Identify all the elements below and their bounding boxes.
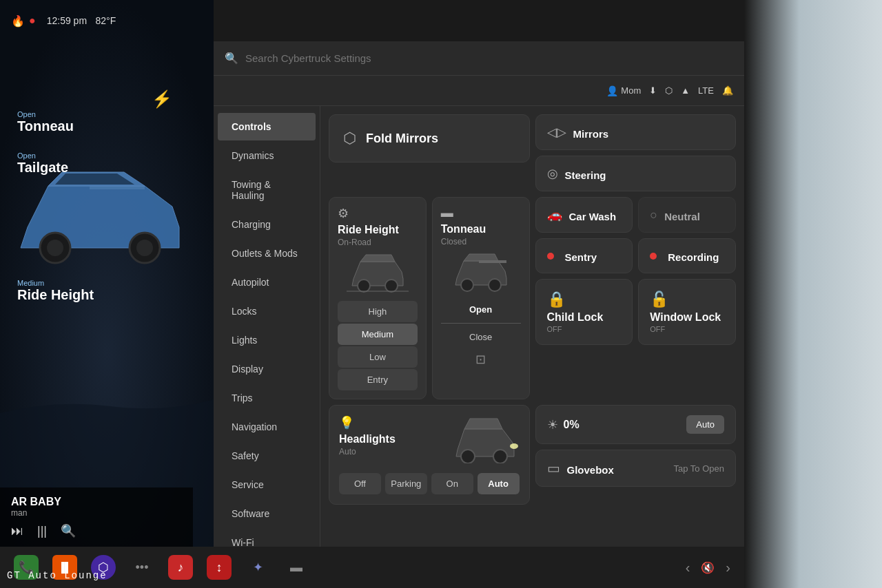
ride-height-entry-button[interactable]: Entry <box>338 369 418 390</box>
headlights-car-svg <box>451 415 520 463</box>
music-search-button[interactable]: 🔍 <box>61 523 76 538</box>
sidebar-item-controls[interactable]: Controls <box>218 113 316 140</box>
tonneau-open-label: Open <box>17 110 74 118</box>
ride-height-car-label: Ride Height <box>17 287 94 303</box>
taskbar-star-button[interactable]: ✦ <box>245 555 270 580</box>
taskbar: 📞 ▐▌ ⬡ ••• ♪ ↕ ✦ ▬ ‹ 🔇 › <box>0 547 744 588</box>
nav-back-button[interactable]: ‹ <box>686 560 690 576</box>
tonneau-open-button[interactable]: Open <box>441 300 521 319</box>
sidebar-item-trips[interactable]: Trips <box>218 384 316 412</box>
headlight-auto-button[interactable]: Auto <box>478 473 520 494</box>
headlights-subtitle: Auto <box>339 447 396 456</box>
svg-point-11 <box>358 280 370 292</box>
taskbar-red-button[interactable]: ↕ <box>207 555 232 580</box>
brightness-auto-button[interactable]: Auto <box>686 415 724 434</box>
taskbar-monitor-button[interactable]: ▬ <box>284 555 309 580</box>
ride-height-title: Ride Height <box>338 224 418 236</box>
tonneau-card[interactable]: ▬ Tonneau Closed <box>432 197 530 399</box>
sidebar-item-towing[interactable]: Towing & Hauling <box>218 171 316 209</box>
window-lock-card[interactable]: 🔓 Window Lock OFF <box>638 279 736 345</box>
recording-title: Recording <box>668 251 719 263</box>
steering-card[interactable]: ◎ Steering <box>535 156 737 191</box>
tailgate-car-label: Tailgate <box>17 160 68 176</box>
tonneau-title: Tonneau <box>441 223 521 235</box>
time-display: 12:59 pm 82°F <box>47 14 116 27</box>
sidebar-item-dynamics[interactable]: Dynamics <box>218 142 316 169</box>
headlight-on-button[interactable]: On <box>431 473 473 494</box>
sidebar-item-charging[interactable]: Charging <box>218 211 316 238</box>
ride-height-low-button[interactable]: Low <box>338 346 418 368</box>
glovebox-card[interactable]: ▭ Glovebox Tap To Open <box>535 450 737 487</box>
sidebar-item-outlets[interactable]: Outlets & Mods <box>218 240 316 267</box>
headlights-card[interactable]: 💡 Headlights Auto <box>329 405 530 505</box>
fold-mirrors-card[interactable]: ⬡ Fold Mirrors <box>329 114 530 162</box>
sidebar-item-safety[interactable]: Safety <box>218 442 316 470</box>
sidebar-item-lights[interactable]: Lights <box>218 326 316 354</box>
taskbar-dots-button[interactable]: ••• <box>130 555 154 580</box>
sidebar-item-service[interactable]: Service <box>218 471 316 498</box>
brightness-icon: ☀ <box>547 417 558 432</box>
lte-icon: LTE <box>698 85 714 96</box>
svg-point-21 <box>461 450 475 463</box>
music-equalizer-button[interactable]: ||| <box>37 524 47 538</box>
brightness-card[interactable]: ☀ 0% Auto <box>535 405 737 444</box>
child-lock-card[interactable]: 🔒 Child Lock OFF <box>535 279 633 345</box>
bell-status-icon: 🔔 <box>722 85 733 96</box>
svg-point-12 <box>385 280 398 292</box>
sidebar-item-locks[interactable]: Locks <box>218 297 316 325</box>
car-wash-card[interactable]: 🚗 Car Wash <box>535 197 633 233</box>
settings-panel: 🔍 👤 Mom ⬇ ⬡ ▲ LTE 🔔 Controls Dynamics To… <box>214 41 744 551</box>
status-bar: 👤 Mom ⬇ ⬡ ▲ LTE 🔔 <box>214 76 744 106</box>
recording-card[interactable]: Recording <box>638 238 736 273</box>
child-lock-status: OFF <box>547 325 562 333</box>
mirrors-card[interactable]: ◁▷ Mirrors <box>535 114 737 150</box>
car-wash-title: Car Wash <box>569 211 617 222</box>
nav-forward-button[interactable]: › <box>726 560 730 576</box>
tonneau-car-label: Tonneau <box>17 118 74 134</box>
ride-height-medium-button[interactable]: Medium <box>338 324 418 345</box>
svg-marker-10 <box>360 255 395 262</box>
brightness-value: 0% <box>564 419 580 431</box>
window-lock-status: OFF <box>650 325 665 333</box>
sidebar: Controls Dynamics Towing & Hauling Charg… <box>214 106 320 551</box>
search-input[interactable] <box>245 52 733 64</box>
neutral-card[interactable]: ○ Neutral <box>638 197 736 233</box>
ride-height-options: High Medium Low Entry <box>338 301 418 390</box>
svg-point-22 <box>493 450 507 463</box>
music-prev-button[interactable]: ⏭ <box>11 524 23 538</box>
ride-height-car-svg <box>347 251 409 293</box>
music-artist: man <box>11 508 182 518</box>
recording-dot-icon <box>650 253 657 260</box>
music-player: AR BABY man ⏭ ||| 🔍 <box>0 487 193 547</box>
sidebar-item-software[interactable]: Software <box>218 500 316 527</box>
svg-point-5 <box>47 240 63 256</box>
sidebar-item-navigation[interactable]: Navigation <box>218 413 316 441</box>
search-bar: 🔍 <box>214 41 744 76</box>
sentry-card[interactable]: Sentry <box>535 238 633 273</box>
mirrors-title: Mirrors <box>573 128 609 140</box>
notification-icon-red: ● <box>29 14 36 27</box>
lte-status: LTE <box>698 85 714 96</box>
headlight-parking-button[interactable]: Parking <box>385 473 427 494</box>
svg-point-18 <box>489 279 501 291</box>
nav-volume-button[interactable]: 🔇 <box>701 561 715 574</box>
tonneau-subtitle: Closed <box>441 237 521 246</box>
sidebar-item-display[interactable]: Display <box>218 355 316 383</box>
sidebar-item-autopilot[interactable]: Autopilot <box>218 269 316 296</box>
tonneau-icon: ▬ <box>441 206 521 220</box>
glovebox-action: Tap To Open <box>674 463 724 474</box>
taskbar-music-button[interactable]: ♪ <box>168 555 193 580</box>
ride-height-high-button[interactable]: High <box>338 301 418 322</box>
signal-status-icon: ▲ <box>681 85 690 96</box>
mirrors-icon: ◁▷ <box>547 125 566 140</box>
neutral-icon: ○ <box>650 208 657 222</box>
ride-height-card[interactable]: ⚙ Ride Height On-Road <box>329 197 427 399</box>
svg-rect-16 <box>479 260 506 263</box>
sentry-dot-icon <box>547 253 554 260</box>
tonneau-close-button[interactable]: Close <box>441 328 521 346</box>
svg-marker-15 <box>464 254 498 261</box>
taskbar-nav: ‹ 🔇 › <box>686 560 730 576</box>
headlight-off-button[interactable]: Off <box>339 473 381 494</box>
glovebox-icon: ▭ <box>547 460 560 476</box>
ride-height-level-label: Medium <box>17 279 94 287</box>
